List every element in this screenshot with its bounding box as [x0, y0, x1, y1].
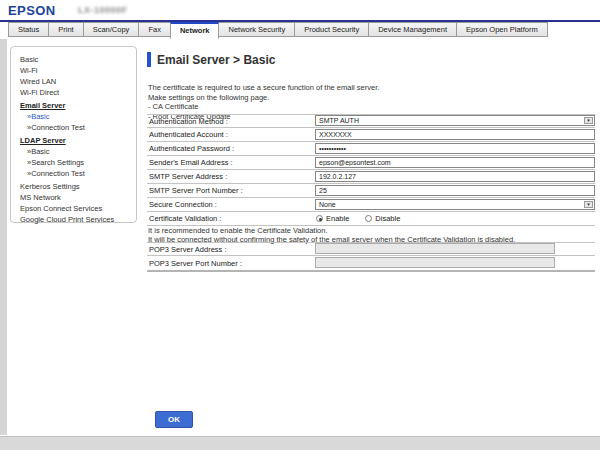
- dropdown-arrow-icon[interactable]: ▼: [584, 117, 593, 124]
- main-content: Email Server > Basic The certificate is …: [147, 46, 595, 436]
- sidebar-item-basic[interactable]: Basic: [11, 54, 136, 65]
- sidebar-item-basic[interactable]: »Basic: [11, 146, 136, 157]
- smtp-server-address-row: SMTP Server Address :: [147, 170, 595, 184]
- left-margin-strip: [0, 39, 7, 435]
- secure-connection-value: None▼: [315, 198, 595, 212]
- pop3-server-address-value: [315, 242, 595, 256]
- printer-model-label: LX-10000F: [78, 5, 128, 15]
- smtp-server-address-value: [315, 170, 595, 184]
- tab-product-security[interactable]: Product Security: [294, 22, 369, 37]
- footer-bar: [0, 436, 600, 450]
- tab-device-management[interactable]: Device Management: [368, 22, 457, 37]
- certificate-validation-label: Certificate Validation :: [147, 214, 315, 223]
- authenticated-account-label: Authenticated Account :: [147, 130, 315, 139]
- authenticated-password-row: Authenticated Password :: [147, 142, 595, 156]
- smtp-server-port-number-input[interactable]: [315, 185, 595, 196]
- smtp-server-port-number-row: SMTP Server Port Number :: [147, 184, 595, 198]
- certificate-validation-radio-label-disable: Disable: [375, 214, 400, 223]
- tab-bar: StatusPrintScan/CopyFaxNetworkNetwork Se…: [8, 22, 548, 39]
- tab-status[interactable]: Status: [8, 22, 49, 37]
- certificate-validation-value: EnableDisable: [315, 212, 595, 226]
- senders-email-address-row: Sender's Email Address :: [147, 156, 595, 170]
- sidebar-item-wired-lan[interactable]: Wired LAN: [11, 76, 136, 87]
- secure-connection-label: Secure Connection :: [147, 200, 315, 209]
- smtp-server-port-number-label: SMTP Server Port Number :: [147, 186, 315, 195]
- certificate-validation-radio-disable[interactable]: [365, 215, 372, 222]
- authenticated-account-row: Authenticated Account :: [147, 128, 595, 142]
- description-line-1: The certificate is required to use a sec…: [148, 83, 379, 93]
- sidebar-item-ms-network[interactable]: MS Network: [11, 192, 136, 203]
- sidebar-item-ldap-server[interactable]: LDAP Server: [11, 135, 136, 146]
- secure-connection-selected-option: None: [319, 201, 336, 209]
- sidebar-item-google-cloud-print-services[interactable]: Google Cloud Print Services: [11, 214, 136, 225]
- page-title: Email Server > Basic: [147, 52, 275, 67]
- authenticated-password-label: Authenticated Password :: [147, 144, 315, 153]
- authenticated-password-input[interactable]: [315, 143, 595, 154]
- senders-email-address-label: Sender's Email Address :: [147, 158, 315, 167]
- email-server-form: Authentication Method :SMTP AUTH▼Authent…: [147, 114, 595, 226]
- authentication-method-label: Authentication Method :: [147, 117, 315, 126]
- certificate-validation-row: Certificate Validation :EnableDisable: [147, 212, 595, 226]
- sidebar-item-connection-test[interactable]: »Connection Test: [11, 168, 136, 179]
- smtp-server-port-number-value: [315, 184, 595, 198]
- tab-network[interactable]: Network: [170, 22, 220, 39]
- pop3-server-address-input: [315, 243, 555, 254]
- pop3-form: POP3 Server Address :POP3 Server Port Nu…: [147, 242, 595, 272]
- smtp-server-address-input[interactable]: [315, 171, 595, 182]
- sidebar-item-search-settings[interactable]: »Search Settings: [11, 157, 136, 168]
- sidebar-item-connection-test[interactable]: »Connection Test: [11, 122, 136, 133]
- tab-print[interactable]: Print: [48, 22, 83, 37]
- sidebar-item-email-server[interactable]: Email Server: [11, 100, 136, 111]
- tab-epson-open-platform[interactable]: Epson Open Platform: [456, 22, 548, 37]
- sidebar-item-basic[interactable]: »Basic: [11, 111, 136, 122]
- smtp-server-address-label: SMTP Server Address :: [147, 172, 315, 181]
- pop3-server-address-label: POP3 Server Address :: [147, 245, 315, 254]
- certificate-validation-radio-label-enable: Enable: [326, 214, 349, 223]
- senders-email-address-value: [315, 156, 595, 170]
- senders-email-address-input[interactable]: [315, 157, 595, 168]
- page-title-text: Email Server > Basic: [157, 53, 275, 67]
- sidebar-nav: BasicWi-FiWired LANWi-Fi DirectEmail Ser…: [10, 46, 137, 223]
- tab-fax[interactable]: Fax: [138, 22, 171, 37]
- header: EPSON LX-10000F: [0, 0, 600, 20]
- secure-connection-row: Secure Connection :None▼: [147, 198, 595, 212]
- authentication-method-value: SMTP AUTH▼: [315, 114, 595, 128]
- sidebar-item-wi-fi[interactable]: Wi-Fi: [11, 65, 136, 76]
- certificate-validation-radio-enable[interactable]: [316, 215, 323, 222]
- description-line-2: Make settings on the following page.: [148, 93, 379, 103]
- pop3-server-port-number-input: [315, 257, 555, 268]
- description-line-3: - CA Certificate: [148, 102, 379, 112]
- pop3-server-address-row: POP3 Server Address :: [147, 242, 595, 256]
- authentication-method-selected-option: SMTP AUTH: [319, 117, 359, 125]
- authenticated-password-value: [315, 142, 595, 156]
- pop3-server-port-number-row: POP3 Server Port Number :: [147, 256, 595, 270]
- sidebar-item-wi-fi-direct[interactable]: Wi-Fi Direct: [11, 87, 136, 98]
- dropdown-arrow-icon[interactable]: ▼: [584, 201, 593, 208]
- epson-logo: EPSON: [8, 3, 56, 18]
- pop3-server-port-number-label: POP3 Server Port Number :: [147, 259, 315, 268]
- certificate-validation-radio-group: EnableDisable: [315, 212, 595, 226]
- sidebar-item-kerberos-settings[interactable]: Kerberos Settings: [11, 181, 136, 192]
- sidebar-item-epson-connect-services[interactable]: Epson Connect Services: [11, 203, 136, 214]
- title-accent-bar: [147, 52, 151, 67]
- pop3-server-port-number-value: [315, 256, 595, 270]
- tab-scan-copy[interactable]: Scan/Copy: [83, 22, 140, 37]
- secure-connection-select[interactable]: None▼: [315, 199, 595, 210]
- authenticated-account-value: [315, 128, 595, 142]
- authentication-method-select[interactable]: SMTP AUTH▼: [315, 115, 595, 126]
- authenticated-account-input[interactable]: [315, 129, 595, 140]
- tab-network-security[interactable]: Network Security: [218, 22, 295, 37]
- ok-button[interactable]: OK: [155, 411, 193, 428]
- authentication-method-row: Authentication Method :SMTP AUTH▼: [147, 114, 595, 128]
